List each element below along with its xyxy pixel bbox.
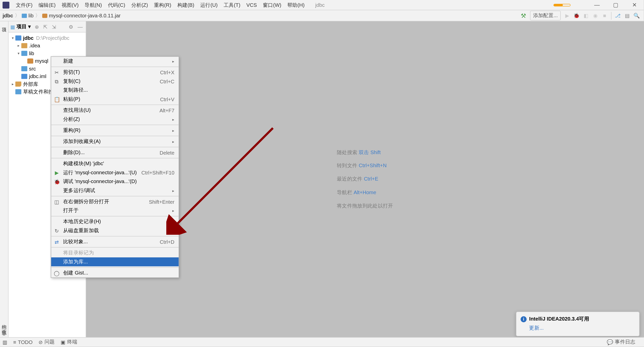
info-icon: i [521,316,527,322]
menu-navigate[interactable]: 导航(N) [82,0,105,10]
menu-vcs[interactable]: VCS [243,0,260,10]
add-configuration-button[interactable]: 添加配置... [530,11,561,20]
search-icon[interactable]: 🔍 [632,11,641,20]
ctx-new[interactable]: 新建▸ [51,57,179,66]
status-problems[interactable]: ⊘问题 [38,338,55,346]
ctx-open-right[interactable]: ◫在右侧拆分部分打开Shift+Enter [51,197,179,206]
ctx-add-favorites[interactable]: 添加到收藏夹(A)▸ [51,137,179,146]
tree-root[interactable]: ▾jdbcD:\Project\jdbc [9,34,86,42]
scratch-icon [15,89,21,94]
folder-icon [21,43,27,48]
git-icon[interactable]: ⎇ [614,11,622,20]
sidebar-title[interactable]: 项目 ▾ [17,23,31,30]
window-close[interactable]: ✕ [625,2,644,8]
crumb-root[interactable]: jdbc [3,13,13,19]
problems-icon: ⊘ [38,339,43,345]
context-menu: 新建▸ ✂剪切(T)Ctrl+X ⧉复制(C)Ctrl+C 复制路径... 📋粘… [51,56,179,278]
folder-icon [21,66,27,71]
menu-window[interactable]: 窗口(W) [260,0,284,10]
sidebar-header: ▦ 项目 ▾ ⊕ ⇱ ⇲ ⚙ — [9,21,86,32]
collapse-all-icon[interactable]: ⇲ [51,24,57,30]
ctx-add-as-library[interactable]: 添加为库... [51,257,179,266]
module-icon [15,36,21,41]
cut-icon: ✂ [54,69,60,75]
terminal-icon: ▣ [61,339,65,345]
menu-run[interactable]: 运行(U) [197,0,221,10]
menu-analyze[interactable]: 分析(Z) [128,0,151,10]
menu-help[interactable]: 帮助(H) [284,0,308,10]
ctx-create-gist[interactable]: ◯创建 Gist... [51,268,179,277]
jar-icon [42,14,47,18]
compare-icon: ⇄ [54,239,60,245]
menu-view[interactable]: 视图(V) [59,0,82,10]
debug-icon: 🐞 [54,179,60,185]
ctx-compare[interactable]: ⇄比较对象...Ctrl+D [51,237,179,246]
menu-edit[interactable]: 编辑(E) [35,0,59,10]
status-toolwindow-icon[interactable]: ▥ [3,339,7,345]
expand-all-icon[interactable]: ⇱ [42,24,49,30]
crumb-separator: 〉 [15,12,20,19]
menu-refactor[interactable]: 重构(R) [151,0,174,10]
hide-icon[interactable]: — [76,24,84,30]
menu-build[interactable]: 构建(B) [174,0,197,10]
reload-icon: ↻ [54,228,60,234]
ctx-cut[interactable]: ✂剪切(T)Ctrl+X [51,68,179,77]
select-opened-icon[interactable]: ⊕ [33,24,40,30]
copy-icon: ⧉ [54,78,60,84]
ctx-refactor[interactable]: 重构(R)▸ [51,126,179,135]
jar-icon [27,58,33,63]
toast-title: IntelliJ IDEA2020.3.4可用 [529,316,589,323]
ctx-copy[interactable]: ⧉复制(C)Ctrl+C [51,77,179,86]
ctx-local-history[interactable]: 本地历史记录(H)▸ [51,217,179,226]
run-icon: ▶ [54,170,60,176]
ctx-open-in[interactable]: 打开于▸ [51,206,179,215]
left-gutter: 项目 结构 收藏夹 ★ [0,21,9,337]
status-todo[interactable]: ≡TODO [13,339,33,345]
crumb-separator: 〉 [35,12,40,19]
ctx-find-usages[interactable]: 查找用法(U)Alt+F7 [51,106,179,115]
window-maximize[interactable]: ▢ [606,2,625,8]
todo-icon: ≡ [13,339,16,345]
paste-icon: 📋 [54,96,60,102]
build-icon[interactable]: ⚒ [519,11,528,20]
ctx-delete[interactable]: 删除(D)...Delete [51,148,179,157]
ctx-paste[interactable]: 📋粘贴(P)Ctrl+V [51,95,179,104]
update-notification[interactable]: iIntelliJ IDEA2020.3.4可用 更新... [516,311,640,336]
github-icon: ◯ [54,270,60,276]
menu-code[interactable]: 代码(C) [105,0,128,10]
ctx-more-run[interactable]: 更多运行/调试▸ [51,186,179,195]
folder-icon [22,14,27,18]
status-eventlog[interactable]: 💬事件日志 [607,338,635,346]
stop-icon[interactable]: ■ [600,11,609,20]
iml-icon [21,74,27,79]
folder-icon [21,51,27,56]
ctx-reload-disk[interactable]: ↻从磁盘重新加载 [51,226,179,235]
eventlog-icon: 💬 [607,339,613,345]
settings-icon[interactable]: ⚙ [67,24,75,30]
toast-update-link[interactable]: 更新... [529,324,635,332]
profile-icon[interactable]: ◉ [591,11,599,20]
ctx-build-module[interactable]: 构建模块(M) 'jdbc' [51,159,179,168]
crumb-lib[interactable]: lib [22,13,33,19]
ctx-run[interactable]: ▶运行 'mysql-connector-java...'(U)Ctrl+Shi… [51,168,179,177]
gutter-bookmark-icon[interactable]: ★ [2,331,7,337]
run-icon[interactable]: ▶ [563,11,571,20]
ctx-mark-directory: 将目录标记为 [51,248,179,257]
tree-lib[interactable]: ▾lib [9,50,86,57]
tree-idea[interactable]: ▸.idea [9,42,86,50]
menu-file[interactable]: 文件(F) [13,0,35,10]
project-title: jdbc [315,2,325,8]
structure-icon[interactable]: ▤ [623,11,631,20]
menu-tools[interactable]: 工具(T) [221,0,243,10]
debug-icon[interactable]: 🐞 [572,11,581,20]
window-minimize[interactable]: — [588,2,607,8]
crumb-jar[interactable]: mysql-connector-java-8.0.11.jar [42,13,120,19]
ctx-debug[interactable]: 🐞调试 'mysql-connector-java...'(D) [51,177,179,186]
coverage-icon[interactable]: ◧ [582,11,590,20]
indexing-progress [553,4,571,6]
status-terminal[interactable]: ▣终端 [61,338,77,346]
ctx-copy-path[interactable]: 复制路径... [51,86,179,95]
library-icon [15,82,21,87]
split-icon: ◫ [54,199,60,205]
ctx-analyze[interactable]: 分析(Z)▸ [51,115,179,124]
